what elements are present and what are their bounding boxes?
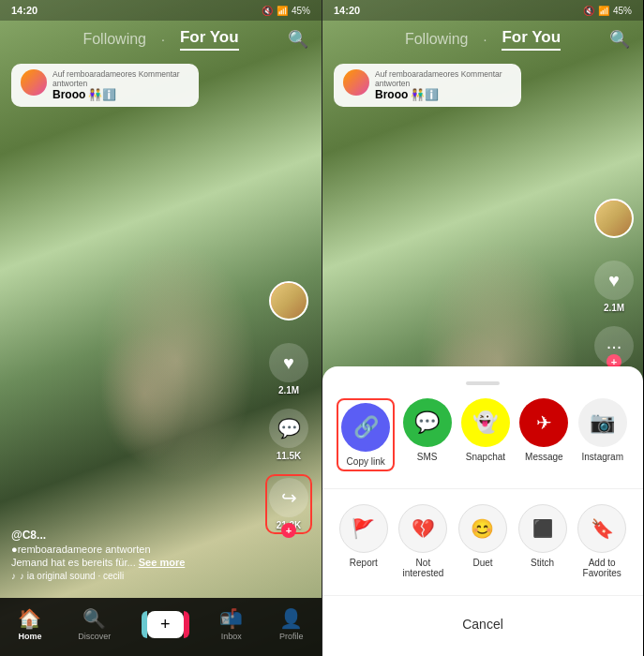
status-icons: 🔇 📶 45% [262, 6, 310, 16]
snapchat-circle: 👻 [461, 398, 510, 447]
nav-following-left[interactable]: Following [82, 31, 146, 48]
stitch-label: Stitch [531, 558, 554, 568]
share-item-not-interested[interactable]: 💔 Notinterested [397, 504, 449, 578]
emoji-icons: 👫ℹ️ [88, 88, 116, 101]
comment-count-left: 11.5K [277, 451, 302, 461]
profile-label: Profile [279, 632, 304, 641]
nav-foryou-left[interactable]: For You [180, 28, 239, 51]
comment-text-left: Auf remboaradameores Kommentar antworten… [52, 69, 189, 101]
share-item-instagram[interactable]: 📷 Instagram [577, 398, 629, 462]
share-item-duet[interactable]: 😊 Duet [457, 504, 509, 568]
cancel-btn[interactable]: Cancel [322, 611, 643, 637]
report-label: Report [350, 558, 378, 568]
copy-link-icon: 🔗 [353, 415, 379, 440]
share-item-report[interactable]: 🚩 Report [337, 504, 390, 568]
status-time-right: 14:20 [334, 5, 360, 16]
report-icon: 🚩 [352, 517, 375, 540]
sms-icon: 💬 [414, 410, 440, 435]
sms-circle: 💬 [403, 398, 452, 447]
create-btn-left[interactable]: + [147, 611, 184, 638]
battery-text-right: 45% [613, 6, 632, 16]
share-sheet: 🔗 Copy link 💬 SMS 👻 Snapchat ✈ [322, 366, 643, 656]
inbox-label: Inbox [221, 632, 242, 641]
desc-left: ●remboaradameore antworten [11, 544, 265, 555]
nav-create-left[interactable]: + [147, 611, 184, 638]
wifi-icon-right: 📶 [598, 6, 609, 16]
mute-icon-right: 🔇 [583, 6, 594, 16]
duet-circle: 😊 [458, 504, 507, 553]
more-btn-right[interactable]: ··· [594, 326, 634, 365]
comment-sub-left: Auf remboaradameores Kommentar antworten [52, 69, 189, 88]
comment-main-right: Brooo 👫ℹ️ [375, 88, 512, 101]
right-actions-right: + ♥ 2.1M ··· [594, 199, 634, 365]
like-icon: ♥ [269, 343, 308, 382]
share-item-stitch[interactable]: ⬛ Stitch [517, 504, 569, 568]
share-actions-row: 🚩 Report 💔 Notinterested 😊 Duet ⬛ [322, 504, 643, 578]
wifi-icon: 📶 [277, 6, 288, 16]
home-icon: 🏠 [18, 607, 41, 630]
discover-label: Discover [78, 632, 111, 641]
like-btn-right[interactable]: ♥ 2.1M [594, 261, 634, 313]
comment-bubble-right: Auf remboaradameores Kommentar antworten… [334, 64, 521, 107]
nav-inbox-left[interactable]: 📬 Inbox [219, 607, 243, 641]
nav-dot-right: · [484, 32, 487, 47]
comment-main-left: Brooo 👫ℹ️ [52, 88, 189, 101]
username-left: @C8... [11, 529, 265, 542]
favorites-label: Add toFavorites [583, 558, 622, 578]
search-icon-left[interactable]: 🔍 [288, 29, 308, 50]
nav-following-right[interactable]: Following [405, 31, 469, 48]
favorites-circle: 🔖 [577, 504, 626, 553]
not-interested-circle: 💔 [398, 504, 447, 553]
like-count-left: 2.1M [278, 385, 299, 395]
share-item-favorites[interactable]: 🔖 Add toFavorites [576, 504, 628, 578]
user-avatar-right [594, 199, 634, 238]
status-icons-right: 🔇 📶 45% [583, 6, 632, 16]
share-item-copy-link[interactable]: 🔗 Copy link [337, 398, 395, 471]
comment-avatar-left [21, 69, 47, 96]
status-time: 14:20 [11, 5, 37, 16]
nav-profile-left[interactable]: 👤 Profile [279, 607, 304, 641]
left-phone-panel: 14:20 🔇 📶 45% Following · For You 🔍 Auf … [0, 0, 322, 656]
bottom-info-left: @C8... ●remboaradameore antworten Jemand… [11, 529, 265, 581]
share-item-snapchat[interactable]: 👻 Snapchat [459, 398, 512, 462]
favorites-icon: 🔖 [591, 517, 614, 540]
nav-discover-left[interactable]: 🔍 Discover [78, 607, 111, 641]
like-count-right: 2.1M [604, 303, 624, 313]
profile-icon: 👤 [279, 607, 303, 630]
comment-avatar-right [343, 69, 369, 96]
share-icon-left: ↪ [269, 478, 308, 517]
nav-home-left[interactable]: 🏠 Home [18, 607, 41, 641]
discover-icon: 🔍 [82, 607, 106, 630]
snapchat-icon: 👻 [472, 410, 498, 435]
comment-btn-left[interactable]: 💬 11.5K [269, 409, 308, 461]
copy-link-circle: 🔗 [341, 403, 390, 452]
message-icon: ✈ [536, 411, 552, 434]
comment-icon: 💬 [269, 409, 308, 448]
nav-foryou-right[interactable]: For You [502, 28, 561, 51]
like-btn-left[interactable]: ♥ 2.1M [269, 343, 308, 395]
duet-label: Duet [472, 558, 492, 568]
status-bar-right: 14:20 🔇 📶 45% [322, 0, 643, 21]
status-bar: 14:20 🔇 📶 45% [0, 0, 322, 21]
share-item-message[interactable]: ✈ Message [517, 398, 570, 462]
follow-plus[interactable]: + [281, 523, 296, 538]
share-handle [466, 381, 500, 385]
see-more-left[interactable]: See more [139, 557, 186, 568]
search-icon-right[interactable]: 🔍 [609, 29, 630, 50]
comment-bubble-left: Auf remboaradameores Kommentar antworten… [11, 64, 199, 107]
mute-icon: 🔇 [262, 6, 273, 16]
duet-icon: 😊 [471, 517, 494, 540]
battery-text: 45% [292, 6, 310, 16]
more-icon-right: ··· [594, 326, 634, 365]
instagram-icon: 📷 [590, 410, 615, 435]
not-interested-icon: 💔 [412, 517, 435, 540]
avatar-btn-right[interactable]: + [594, 199, 634, 238]
nav-dot: · [161, 32, 165, 47]
report-circle: 🚩 [339, 504, 388, 553]
avatar-btn[interactable]: + [269, 281, 308, 321]
share-divider2 [322, 595, 643, 596]
snapchat-label: Snapchat [466, 452, 505, 462]
home-label: Home [18, 632, 41, 641]
share-item-sms[interactable]: 💬 SMS [401, 398, 454, 462]
bottom-nav-left: 🏠 Home 🔍 Discover + 📬 Inbox 👤 Profile [0, 598, 322, 656]
